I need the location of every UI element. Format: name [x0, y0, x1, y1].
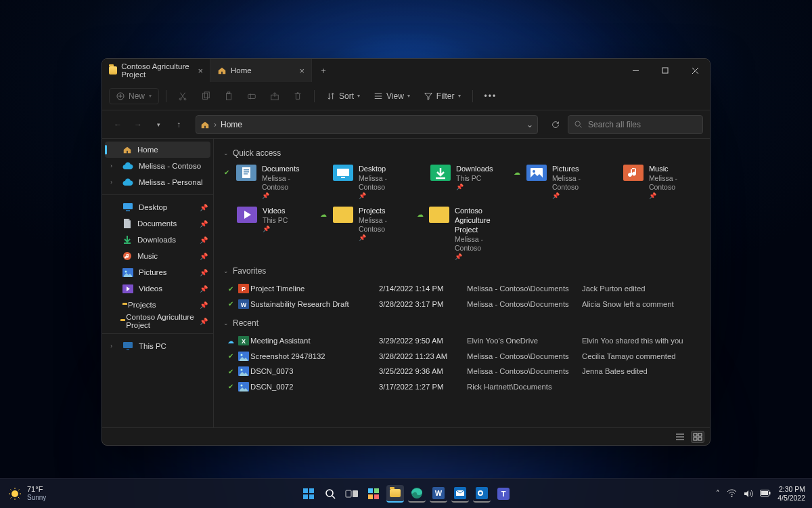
svg-text:W: W — [435, 489, 443, 497]
file-activity: Alicia Snow left a comment — [582, 300, 700, 308]
svg-rect-75 — [769, 492, 771, 494]
task-view-button[interactable] — [343, 485, 361, 503]
wifi-icon[interactable] — [727, 489, 737, 498]
paste-button[interactable] — [219, 89, 238, 104]
chevron-right-icon[interactable]: › — [110, 343, 117, 350]
pin-icon: 📌 — [649, 192, 700, 200]
more-button[interactable]: ••• — [480, 89, 502, 104]
battery-icon[interactable] — [760, 490, 771, 497]
system-clock[interactable]: 2:30 PM 4/5/2022 — [777, 485, 805, 502]
new-button[interactable]: New ▾ — [109, 88, 159, 104]
quick-access-header[interactable]: ⌄Quick access — [223, 148, 700, 158]
sidebar-item[interactable]: Projects📌 — [102, 297, 213, 313]
search-input[interactable]: Search all files — [568, 115, 703, 134]
taskbar-outlook[interactable] — [473, 485, 491, 503]
file-location: Melissa - Contoso\Documents — [467, 284, 582, 293]
quick-access-item[interactable]: ☁PicturesMelissa - Contoso📌 — [514, 163, 604, 201]
file-row[interactable]: ✔Screenshot 294781323/28/2022 11:23 AMMe… — [223, 349, 700, 364]
back-button[interactable]: ← — [109, 116, 127, 133]
item-name: Pictures — [552, 165, 604, 174]
chevron-right-icon[interactable]: › — [110, 163, 117, 169]
sidebar-item[interactable]: Documents📌 — [102, 215, 213, 232]
sidebar-item[interactable]: Desktop📌 — [102, 199, 213, 215]
breadcrumb-segment[interactable]: Home — [221, 120, 242, 129]
sidebar-item[interactable]: Pictures📌 — [102, 264, 213, 280]
pc-icon — [122, 341, 133, 351]
new-tab-button[interactable]: ＋ — [312, 59, 335, 82]
svg-text:P: P — [242, 286, 246, 293]
tray-chevron-up-icon[interactable]: ˄ — [716, 489, 720, 498]
address-dropdown[interactable]: ⌄ — [526, 120, 533, 129]
sidebar-item-label: Pictures — [139, 268, 167, 276]
file-row[interactable]: ✔PProject Timeline2/14/2022 1:14 PMMelis… — [223, 281, 700, 297]
view-button[interactable]: View▾ — [369, 89, 415, 104]
refresh-button[interactable] — [546, 120, 565, 129]
quick-access-item[interactable]: ☁ProjectsMelissa - Contoso📌 — [320, 205, 410, 262]
item-name: Music — [649, 165, 700, 174]
volume-icon[interactable] — [744, 490, 753, 498]
maximize-button[interactable] — [650, 59, 680, 82]
forward-button[interactable]: → — [129, 116, 147, 133]
quick-access-item[interactable]: MusicMelissa - Contoso📌 — [610, 163, 700, 201]
sidebar-item[interactable]: Contoso Agriculture Project📌 — [102, 313, 213, 329]
taskbar-file-explorer[interactable] — [386, 485, 404, 503]
tab-close-button[interactable]: × — [198, 66, 203, 76]
quick-access-item[interactable]: ☁Contoso Agriculture ProjectMelissa - Co… — [417, 205, 507, 262]
svg-rect-17 — [123, 342, 133, 348]
tab-close-button[interactable]: × — [299, 66, 304, 76]
quick-access-item[interactable]: DownloadsThis PC📌 — [417, 163, 507, 201]
file-row[interactable]: ✔DSCN_00733/25/2022 9:36 AMMelissa - Con… — [223, 364, 700, 379]
sidebar-item[interactable]: Videos📌 — [102, 280, 213, 297]
taskbar-teams[interactable]: T — [495, 485, 512, 503]
start-button[interactable] — [300, 485, 317, 503]
filter-button[interactable]: Filter▾ — [419, 89, 466, 104]
delete-button[interactable] — [288, 89, 307, 104]
copy-button[interactable] — [196, 89, 215, 104]
titlebar: Contoso Agriculture Project×Home× ＋ — [102, 59, 710, 82]
sidebar-item[interactable]: Home — [105, 142, 210, 158]
quick-access-item[interactable]: DesktopMelissa - Contoso📌 — [320, 163, 410, 201]
favorites-header[interactable]: ⌄Favorites — [223, 266, 700, 276]
sidebar-item[interactable]: ›Melissa - Personal — [102, 174, 213, 190]
sidebar-item[interactable]: Downloads📌 — [102, 232, 213, 248]
chevron-right-icon[interactable]: › — [110, 179, 117, 186]
folder-large-icon — [526, 165, 547, 181]
share-button[interactable] — [265, 89, 284, 104]
folder-large-icon — [623, 165, 644, 181]
tab[interactable]: Contoso Agriculture Project× — [102, 59, 210, 82]
sidebar-item[interactable]: ›This PC — [102, 338, 213, 354]
svg-rect-21 — [244, 169, 249, 171]
recent-locations-button[interactable]: ▾ — [150, 116, 167, 133]
details-view-button[interactable] — [673, 431, 687, 443]
quick-access-item[interactable]: VideosThis PC📌 — [223, 205, 313, 262]
taskbar-word[interactable]: W — [430, 485, 447, 503]
close-button[interactable] — [680, 59, 710, 82]
pin-icon: 📌 — [200, 220, 208, 228]
svg-point-42 — [241, 354, 243, 356]
svg-rect-22 — [244, 171, 249, 173]
taskbar-weather[interactable]: 71°F Sunny — [0, 485, 46, 502]
tiles-view-button[interactable] — [691, 431, 704, 443]
file-activity: Cecilia Tamayo commented — [582, 352, 700, 360]
search-button[interactable] — [321, 485, 339, 503]
taskbar-mail[interactable] — [451, 485, 469, 503]
sort-button[interactable]: Sort▾ — [321, 89, 365, 104]
up-button[interactable]: ↑ — [170, 116, 187, 133]
file-row[interactable]: ✔DSCN_00723/17/2022 1:27 PMRick Hartnett… — [223, 379, 700, 395]
sidebar-item[interactable]: Music📌 — [102, 248, 213, 264]
sidebar-item[interactable]: ›Melissa - Contoso — [102, 158, 213, 174]
tab-active[interactable]: Home× — [210, 59, 312, 82]
quick-access-item[interactable]: ✔DocumentsMelissa - Contoso📌 — [223, 163, 313, 201]
address-bar[interactable]: › Home ⌄ — [196, 115, 538, 134]
file-date: 3/28/2022 3:17 PM — [379, 300, 467, 308]
file-row[interactable]: ☁XMeeting Assistant3/29/2022 9:50 AMElvi… — [223, 333, 700, 349]
item-location: This PC — [263, 216, 288, 225]
file-row[interactable]: ✔WSustainability Research Draft3/28/2022… — [223, 297, 700, 312]
pin-icon: 📌 — [200, 269, 208, 276]
taskbar-edge[interactable] — [408, 485, 426, 503]
cut-button[interactable] — [173, 89, 192, 104]
minimize-button[interactable] — [621, 59, 650, 82]
widgets-button[interactable] — [365, 485, 382, 503]
rename-button[interactable] — [242, 89, 261, 104]
recent-header[interactable]: ⌄Recent — [223, 318, 700, 328]
